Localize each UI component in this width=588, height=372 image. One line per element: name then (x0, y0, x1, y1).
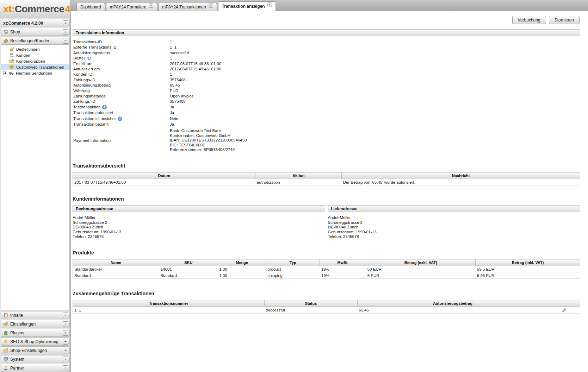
info-row: Autorisierungsbetrag65.45 (73, 83, 580, 88)
info-icon[interactable] (118, 116, 122, 121)
cell-betrag-inkl: 5.95 EUR (476, 272, 580, 279)
tab-close-icon[interactable] (149, 3, 153, 8)
related-transactions-title: Zusammengehörige Transaktionen (73, 291, 588, 296)
collapse-minus-icon[interactable] (63, 38, 68, 44)
column-header: Betrag (exkl. VAT) (366, 259, 476, 266)
tree-item-label: Hermes-Sendungen (16, 71, 52, 75)
field-label: Währung (73, 89, 90, 93)
cell-name: Standardartikel (73, 266, 159, 272)
field-value: Open Invoice (170, 94, 580, 98)
wrench-icon[interactable] (562, 307, 567, 313)
table-row: Standard Standard 1.00 shipping 19% 5 EU… (73, 272, 580, 279)
version-label: xt:Commerce 4.2.00 (3, 21, 63, 26)
expand-plus-icon[interactable] (63, 348, 68, 353)
expand-plus-icon[interactable] (63, 29, 68, 35)
payment-line: Bank: Customweb Test Bank (170, 128, 580, 133)
expand-plus-icon[interactable] (63, 357, 68, 362)
customer-groups-icon (9, 58, 14, 64)
expand-plus-icon[interactable] (63, 365, 68, 371)
tab-close-icon[interactable] (267, 2, 272, 7)
address-line: Geburtsdatum: 1990-01-13 (328, 230, 581, 235)
shipping-address-block: Lieferadresse André Müller Schöneggstras… (328, 205, 581, 239)
tree-item-label: Customweb Transaktionen (16, 65, 64, 69)
tree-item-kunden[interactable]: Kunden (1, 52, 69, 58)
sidebar-item-seo-shop-optimierung[interactable]: SEO & Shop Optimierung (1, 338, 70, 346)
transaction-overview-title: Transaktionsübersicht (73, 163, 588, 169)
field-label: Zahlungsmethode (73, 94, 106, 98)
sidebar-item-inhalte[interactable]: Inhalte (1, 311, 70, 319)
field-label: Zahlungs-ID (73, 99, 95, 103)
column-header: Datum (73, 172, 255, 179)
transaction-info-header: Transaktions Information (73, 29, 580, 36)
cell-betrag-inkl: 59.5 EUR (476, 266, 580, 272)
folder-gear-icon (3, 348, 8, 353)
column-header: Transaktionsnummer (73, 300, 265, 307)
billing-address-block: Rechnungsadresse André Müller Schöneggst… (73, 205, 325, 239)
xt-commerce-logo: xt:Commerce4 (0, 0, 70, 18)
sidebar-item-partner[interactable]: Partner (1, 364, 70, 372)
tree-item-kundengruppen[interactable]: Kundengruppen (1, 58, 69, 64)
info-row: Transaktions-ID1 (73, 40, 580, 45)
table-row: Standardartikel art001 1.00 product 19% … (73, 266, 580, 272)
sidebar-item-bestellungen-kunden[interactable]: Bestellungen/Kunden (1, 37, 70, 45)
tab-close-icon[interactable] (209, 3, 213, 8)
tree-item-bestellungen[interactable]: Bestellungen (1, 46, 69, 52)
expand-plus-icon[interactable] (63, 330, 68, 336)
info-row: Zahlungs-ID3575408 (73, 78, 580, 83)
field-label: Zahlungs-ID (73, 78, 95, 82)
table-header-row: Transaktionsnummer Status Autorisierungs… (73, 300, 580, 307)
verbuchung-button[interactable]: Verbuchung (512, 16, 546, 24)
field-value: 65.45 (170, 83, 580, 87)
transaction-overview-table: Datum Aktion Nachricht 2017-03-07T15:49:… (73, 172, 580, 185)
svg-text:€: € (11, 65, 13, 69)
sidebar-item-plugins[interactable]: Plugins (1, 329, 70, 337)
address-line: Schöneggstrasse 2 (73, 220, 325, 225)
sidebar-item-system[interactable]: System (1, 355, 70, 363)
field-label: Testtransaktion (73, 105, 100, 109)
cell-autorisierungsbetrag: 65.45 (357, 307, 548, 314)
stornieren-button[interactable]: Stornieren (549, 16, 580, 24)
tree-item-hermes-sendungen[interactable]: Hermes-Sendungen (1, 70, 69, 76)
cell-betrag-exkl: 5 EUR (366, 272, 476, 279)
tab-dashboard[interactable]: Dashboard (76, 3, 105, 11)
tab-mpay24-formulare[interactable]: mPAY24 Formulare (106, 3, 157, 11)
sidebar-item-shop-einstellungen[interactable]: Shop-Einstellungen (1, 346, 70, 354)
field-label: Aktualisiert am (73, 67, 100, 71)
products-title: Produkte (73, 250, 588, 256)
tab-bar: Dashboard mPAY24 Formulare mPAY24 Transa… (71, 0, 588, 11)
cell-menge: 1.00 (218, 272, 266, 279)
sidebar-tree-panel: Bestellungen Kunden Kundengruppen € Cust… (1, 45, 70, 310)
field-value: 2017-03-07T15:49:33+01:00 (170, 62, 580, 66)
column-header: MwSt. (320, 259, 366, 266)
sidebar-item-einstellungen[interactable]: Einstellungen (1, 320, 70, 328)
billing-address-lines: André Müller Schöneggstrasse 2 DE-80040 … (73, 212, 325, 239)
payment-line: IBAN: DE1200TEST333222110000546450 (170, 138, 580, 143)
expand-plus-icon[interactable] (63, 339, 68, 345)
payment-information-lines: Bank: Customweb Test Bank Kontoinhaber: … (170, 128, 580, 152)
cell-status: successful (265, 307, 358, 314)
expand-plus-icon[interactable] (63, 313, 68, 318)
address-line: Geburtsdatum: 1990-01-13 (73, 230, 325, 235)
cell-aktion: authorization (255, 179, 342, 185)
info-row: TesttransaktionJa (73, 105, 580, 111)
sidebar-item-shop[interactable]: Shop (1, 28, 70, 36)
field-label: Kunden ID (73, 72, 92, 76)
expand-plus-icon[interactable] (63, 321, 68, 327)
tree-expander-plus-icon[interactable] (3, 71, 7, 75)
tree-item-customweb-transaktionen[interactable]: € Customweb Transaktionen (1, 64, 69, 70)
field-value: 1 (170, 72, 580, 76)
sidebar-item-label: Plugins (8, 330, 63, 335)
person-icon (3, 365, 8, 371)
column-header-actions (548, 300, 580, 307)
sidebar-item-label: Inhalte (8, 313, 63, 318)
sidebar-version-header: xt:Commerce 4.2.00 (1, 19, 70, 27)
sidebar-collapse-icon[interactable] (63, 20, 68, 26)
cell-transaktionsnummer: 1_1 (73, 307, 265, 314)
column-header: SKU (159, 259, 218, 266)
column-header: Autorisierungsbetrag (357, 300, 548, 307)
field-value: EUR (170, 89, 580, 93)
column-header: Status (265, 300, 358, 307)
info-icon[interactable] (102, 105, 107, 109)
tab-mpay24-transaktionen[interactable]: mPAY24 Transaktionen (158, 3, 217, 11)
tab-transaktion-anzeigen[interactable]: Transaktion anzeigen (218, 1, 276, 11)
